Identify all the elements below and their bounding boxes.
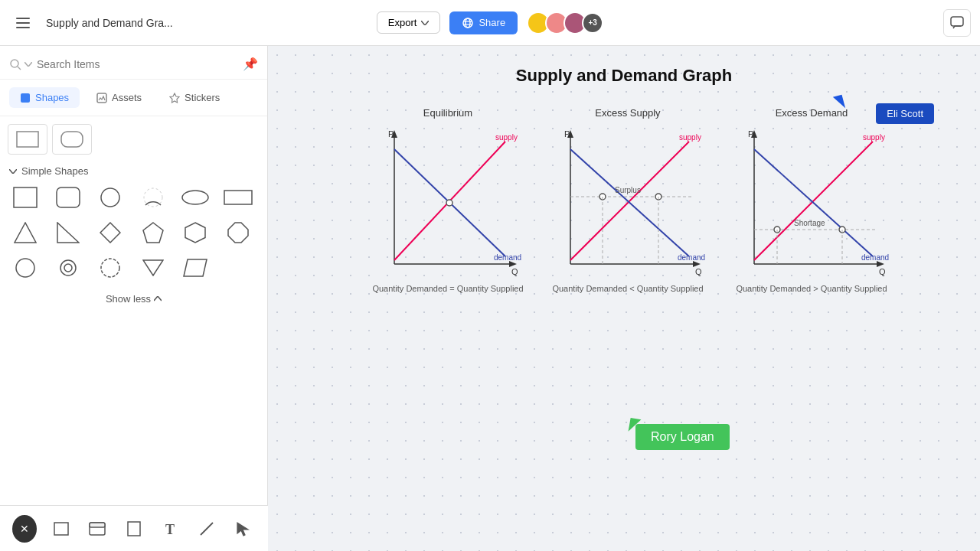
pointer-tool-icon [236, 521, 251, 536]
svg-rect-14 [61, 132, 83, 147]
text-tool-button[interactable]: T [158, 515, 183, 543]
svg-line-9 [18, 67, 21, 70]
svg-point-30 [101, 259, 119, 277]
graph-3-svg: P Q Shortage sup [731, 126, 892, 279]
shapes-grid [8, 181, 260, 284]
svg-marker-31 [143, 260, 163, 276]
shape-diamond[interactable] [93, 217, 128, 249]
svg-point-3 [463, 18, 472, 28]
tab-stickers[interactable]: Stickers [158, 87, 230, 108]
shape-circle[interactable] [93, 181, 128, 214]
svg-text:demand: demand [678, 253, 705, 262]
tab-shapes[interactable]: Shapes [9, 87, 80, 108]
shape-circle-sm1[interactable] [8, 252, 43, 284]
pointer-tool-button[interactable] [231, 515, 256, 543]
sidebar: 📌 Shapes Assets Stickers [0, 46, 268, 551]
section-simple-shapes[interactable]: Simple Shapes [8, 161, 260, 181]
share-label: Share [479, 17, 505, 28]
shape-arc[interactable] [136, 181, 171, 214]
svg-rect-20 [224, 191, 252, 204]
shapes-panel: Simple Shapes [0, 116, 267, 505]
shape-preview-row [8, 124, 260, 155]
frame-tool-icon [127, 521, 141, 536]
svg-text:P: P [564, 129, 570, 139]
document-title: Supply and Demand Gra... [46, 17, 368, 29]
rectangle-tool-button[interactable] [49, 515, 74, 543]
svg-marker-70 [877, 261, 884, 267]
shapes-tab-icon [20, 93, 31, 103]
container-tool-button[interactable] [85, 515, 109, 543]
line-tool-button[interactable] [195, 515, 220, 543]
svg-text:Surplus: Surplus [615, 186, 641, 194]
svg-rect-86 [128, 522, 140, 536]
svg-rect-11 [97, 93, 106, 103]
line-tool-icon [199, 521, 214, 536]
svg-marker-54 [693, 261, 701, 267]
shape-rectangle[interactable] [8, 181, 43, 214]
section-label-text: Simple Shapes [21, 165, 88, 177]
svg-rect-13 [17, 132, 38, 147]
svg-point-29 [64, 264, 72, 272]
stickers-tab-icon [169, 93, 180, 103]
shape-preview-1[interactable] [8, 124, 47, 155]
show-less-button[interactable]: Show less [8, 289, 260, 312]
shape-ellipse[interactable] [178, 181, 213, 214]
svg-text:supply: supply [863, 133, 885, 142]
menu-button[interactable] [9, 9, 37, 37]
svg-text:Q: Q [879, 267, 886, 276]
export-button[interactable]: Export [377, 11, 441, 34]
svg-rect-85 [90, 523, 105, 527]
search-icon-wrap [9, 58, 32, 70]
shape-pentagon[interactable] [136, 217, 171, 249]
close-tool-button[interactable]: ✕ [12, 515, 37, 543]
svg-line-88 [201, 523, 213, 535]
graph-2-caption: Quantity Demanded < Quantity Supplied [552, 284, 703, 293]
shape-octagon[interactable] [220, 217, 256, 249]
diagram-title: Supply and Demand Graph [516, 66, 732, 86]
text-tool-icon: T [164, 521, 178, 536]
shape-parallelogram[interactable] [178, 252, 213, 284]
graph-1-caption: Quantity Demanded = Quantity Supplied [372, 284, 523, 293]
collaborator-avatars: +3 [527, 11, 603, 34]
svg-rect-16 [57, 187, 80, 207]
svg-text:Shortage: Shortage [794, 219, 825, 227]
shape-triangle[interactable] [8, 217, 43, 249]
shape-circle-sm2[interactable] [51, 252, 86, 284]
svg-marker-26 [228, 223, 248, 243]
svg-rect-15 [14, 187, 37, 207]
close-icon: ✕ [20, 523, 29, 535]
canvas[interactable]: Supply and Demand Graph Equilibrium P Q [268, 46, 980, 551]
svg-line-74 [754, 149, 873, 256]
shape-right-triangle[interactable] [51, 217, 86, 249]
shape-preview-2[interactable] [52, 124, 92, 155]
graph-3-caption: Quantity Demanded > Quantity Supplied [736, 284, 887, 293]
comment-button[interactable] [943, 9, 971, 37]
svg-rect-1 [16, 22, 30, 24]
assets-tab-icon [96, 93, 107, 103]
search-dropdown-icon[interactable] [24, 62, 32, 67]
shape-circle-sm3[interactable] [93, 252, 128, 284]
svg-marker-89 [237, 523, 248, 536]
frame-tool-button[interactable] [122, 515, 146, 543]
svg-text:supply: supply [679, 133, 701, 142]
shape-down-triangle[interactable] [136, 252, 171, 284]
search-input[interactable] [37, 58, 238, 70]
share-button[interactable]: Share [449, 11, 518, 34]
pin-icon[interactable]: 📌 [243, 57, 258, 71]
sidebar-tabs: Shapes Assets Stickers [0, 80, 267, 116]
shape-rounded-rect[interactable] [51, 181, 86, 214]
search-bar: 📌 [0, 46, 267, 80]
search-icon [9, 58, 21, 70]
shape-hexagon[interactable] [178, 217, 213, 249]
avatar-count: +3 [582, 12, 603, 34]
shape-wide-rect[interactable] [220, 181, 256, 214]
bottom-toolbar: ✕ T [0, 505, 268, 551]
graph-2-svg: P Q Surplus supp [547, 126, 708, 279]
tab-assets[interactable]: Assets [86, 87, 152, 108]
svg-marker-24 [143, 223, 163, 243]
svg-point-4 [466, 18, 470, 28]
svg-marker-22 [57, 223, 79, 243]
svg-line-57 [570, 142, 689, 260]
svg-point-27 [16, 259, 34, 277]
topbar: Supply and Demand Gra... Export Share +3 [0, 0, 980, 46]
